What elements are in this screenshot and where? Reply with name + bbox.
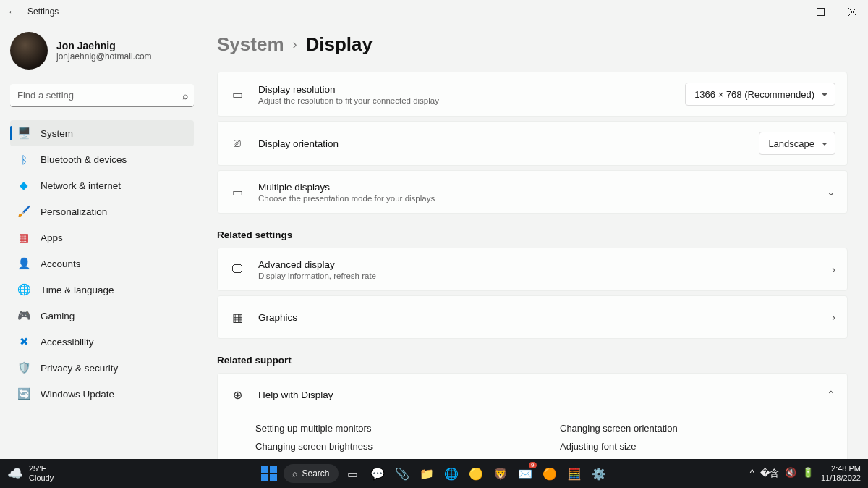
nav-item-accessibility[interactable]: ✖Accessibility bbox=[10, 329, 194, 355]
calculator-icon[interactable]: 🧮 bbox=[564, 463, 584, 484]
setting-graphics[interactable]: ▦ Graphics › bbox=[217, 295, 848, 339]
main-panel: System › Display ▭ Display resolution Ad… bbox=[203, 23, 868, 459]
profile-block[interactable]: Jon Jaehnig jonjaehnig@hotmail.com bbox=[10, 32, 194, 70]
orientation-icon: ⎚ bbox=[229, 135, 245, 151]
teams-icon[interactable]: 💬 bbox=[367, 463, 388, 484]
weather-icon: ☁️ bbox=[7, 466, 23, 481]
clock-time: 2:48 PM bbox=[821, 464, 861, 474]
app-icon[interactable]: 🟠 bbox=[540, 463, 560, 484]
multiple-displays-icon: ▭ bbox=[229, 184, 245, 200]
nav-label: Privacy & security bbox=[41, 363, 118, 374]
chrome-icon[interactable]: 🟡 bbox=[466, 463, 486, 484]
help-icon: ⊕ bbox=[229, 387, 245, 403]
wifi-icon[interactable]: �含 bbox=[760, 467, 779, 480]
nav-item-bluetooth-devices[interactable]: ᛒBluetooth & devices bbox=[10, 146, 194, 172]
section-related-support: Related support bbox=[217, 355, 848, 366]
setting-display-orientation[interactable]: ⎚ Display orientation Landscape bbox=[217, 121, 848, 166]
nav-label: Apps bbox=[41, 232, 63, 243]
setting-title: Graphics bbox=[258, 312, 819, 323]
nav-label: Accounts bbox=[41, 258, 81, 269]
setting-subtitle: Adjust the resolution to fit your connec… bbox=[258, 96, 672, 105]
system-tray[interactable]: ^ �含 🔇 🔋 bbox=[750, 467, 814, 480]
brave-icon[interactable]: 🦁 bbox=[490, 463, 511, 484]
help-links: Setting up multiple monitorsChanging scr… bbox=[217, 416, 848, 459]
nav-item-windows-update[interactable]: 🔄Windows Update bbox=[10, 381, 194, 407]
orientation-dropdown[interactable]: Landscape bbox=[759, 132, 835, 155]
clock-date: 11/18/2022 bbox=[821, 474, 861, 483]
setting-title: Help with Display bbox=[258, 390, 814, 400]
nav-icon: 🔄 bbox=[17, 387, 30, 400]
setting-title: Multiple displays bbox=[258, 182, 814, 193]
edge-icon[interactable]: 🌐 bbox=[441, 463, 461, 484]
nav-icon: 🖥️ bbox=[17, 127, 30, 140]
help-link[interactable]: Setting up multiple monitors bbox=[255, 419, 531, 437]
nav-item-time-language[interactable]: 🌐Time & language bbox=[10, 277, 194, 303]
tray-chevron-icon[interactable]: ^ bbox=[750, 467, 754, 480]
settings-icon[interactable]: ⚙️ bbox=[589, 463, 609, 484]
weather-cond: Cloudy bbox=[29, 474, 54, 483]
search-input[interactable] bbox=[10, 84, 194, 107]
help-link[interactable]: Changing screen orientation bbox=[560, 419, 835, 437]
setting-subtitle: Display information, refresh rate bbox=[258, 272, 819, 280]
help-link[interactable]: Changing screen brightness bbox=[255, 437, 531, 455]
breadcrumb-current: Display bbox=[306, 33, 373, 56]
chevron-down-icon: ⌄ bbox=[827, 186, 835, 198]
avatar bbox=[10, 32, 48, 70]
setting-title: Display resolution bbox=[258, 84, 672, 95]
nav-item-system[interactable]: 🖥️System bbox=[10, 120, 194, 146]
mail-icon[interactable]: ✉️ bbox=[515, 463, 535, 484]
battery-icon[interactable]: 🔋 bbox=[802, 467, 814, 480]
taskbar-weather[interactable]: ☁️ 25°F Cloudy bbox=[0, 464, 217, 483]
setting-title: Display orientation bbox=[258, 138, 746, 149]
nav-label: Time & language bbox=[41, 285, 114, 295]
start-button[interactable] bbox=[259, 463, 279, 484]
nav-label: Accessibility bbox=[41, 337, 94, 348]
window-title: Settings bbox=[27, 7, 59, 17]
nav-list: 🖥️SystemᛒBluetooth & devices◆Network & i… bbox=[10, 120, 194, 407]
nav-icon: 🖌️ bbox=[17, 205, 30, 218]
nav-item-privacy-security[interactable]: 🛡️Privacy & security bbox=[10, 355, 194, 381]
chevron-up-icon: ⌃ bbox=[827, 389, 835, 400]
file-explorer-icon[interactable]: 📁 bbox=[417, 463, 437, 484]
back-button[interactable]: ← bbox=[7, 6, 17, 17]
nav-icon: 🎮 bbox=[17, 309, 30, 322]
close-button[interactable] bbox=[836, 0, 868, 23]
sidebar: Jon Jaehnig jonjaehnig@hotmail.com ⌕ 🖥️S… bbox=[0, 23, 203, 459]
search-wrap: ⌕ bbox=[10, 84, 194, 107]
office-icon[interactable]: 📎 bbox=[392, 463, 412, 484]
nav-icon: 🌐 bbox=[17, 283, 30, 296]
graphics-icon: ▦ bbox=[229, 309, 245, 325]
nav-label: Gaming bbox=[41, 311, 75, 321]
breadcrumb-parent[interactable]: System bbox=[217, 33, 284, 56]
nav-item-apps[interactable]: ▦Apps bbox=[10, 224, 194, 251]
resolution-dropdown[interactable]: 1366 × 768 (Recommended) bbox=[685, 83, 835, 106]
maximize-button[interactable] bbox=[804, 0, 836, 23]
svg-rect-1 bbox=[817, 8, 824, 15]
minimize-button[interactable] bbox=[773, 0, 804, 23]
weather-temp: 25°F bbox=[29, 464, 54, 474]
setting-advanced-display[interactable]: 🖵 Advanced display Display information, … bbox=[217, 248, 848, 291]
task-view-icon[interactable]: ▭ bbox=[343, 463, 363, 484]
monitor-icon: 🖵 bbox=[229, 261, 245, 277]
breadcrumb-separator-icon: › bbox=[293, 37, 297, 52]
nav-item-accounts[interactable]: 👤Accounts bbox=[10, 251, 194, 277]
volume-icon[interactable]: 🔇 bbox=[785, 467, 796, 480]
resolution-icon: ▭ bbox=[229, 86, 245, 102]
setting-multiple-displays[interactable]: ▭ Multiple displays Choose the presentat… bbox=[217, 170, 848, 214]
help-link[interactable]: Adjusting font size bbox=[560, 437, 835, 455]
section-related-settings: Related settings bbox=[217, 230, 848, 240]
setting-display-resolution[interactable]: ▭ Display resolution Adjust the resoluti… bbox=[217, 72, 848, 117]
nav-icon: ᛒ bbox=[17, 153, 30, 166]
taskbar-clock[interactable]: 2:48 PM 11/18/2022 bbox=[821, 464, 861, 483]
nav-icon: ◆ bbox=[17, 179, 30, 192]
profile-email: jonjaehnig@hotmail.com bbox=[56, 51, 152, 62]
nav-label: System bbox=[41, 128, 73, 139]
nav-item-personalization[interactable]: 🖌️Personalization bbox=[10, 198, 194, 224]
nav-item-network-internet[interactable]: ◆Network & internet bbox=[10, 172, 194, 198]
search-icon: ⌕ bbox=[292, 468, 297, 479]
nav-label: Personalization bbox=[41, 206, 107, 217]
profile-name: Jon Jaehnig bbox=[56, 40, 152, 51]
help-with-display[interactable]: ⊕ Help with Display ⌃ bbox=[217, 373, 848, 416]
taskbar-search[interactable]: ⌕Search bbox=[284, 464, 338, 483]
nav-item-gaming[interactable]: 🎮Gaming bbox=[10, 303, 194, 329]
